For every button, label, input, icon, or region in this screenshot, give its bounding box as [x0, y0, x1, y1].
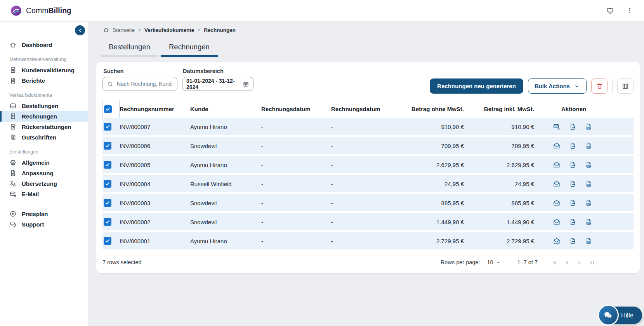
tab-rechnungen[interactable]: Rechnungen — [161, 40, 218, 57]
page-first-icon[interactable] — [551, 259, 558, 266]
sidebar-collapse-button[interactable] — [75, 25, 85, 35]
file-export-icon[interactable] — [569, 180, 576, 188]
sidebar-item-preisplan[interactable]: Preisplan — [0, 209, 88, 219]
kebab-menu-icon[interactable] — [626, 7, 634, 15]
sidebar-item-gutschriften[interactable]: Gutschriften — [0, 132, 88, 143]
page-prev-icon[interactable] — [563, 259, 571, 266]
row-checkbox[interactable] — [104, 199, 111, 207]
file-export-icon[interactable] — [569, 199, 576, 207]
mail-open-icon[interactable] — [553, 218, 561, 226]
breadcrumb-item-verkaufsdokumente[interactable]: Verkaufsdokumente — [144, 27, 194, 33]
delete-button[interactable] — [591, 78, 608, 94]
home-icon[interactable] — [103, 27, 109, 33]
table-row[interactable]: INV/000005 Ayumu Hirano - - 2.629,95 € 2… — [102, 156, 634, 173]
file-export-icon[interactable] — [569, 142, 576, 150]
row-checkbox[interactable] — [104, 142, 111, 150]
xml-export-icon[interactable] — [585, 237, 592, 245]
date-range-input[interactable]: 01-01-2024 - 31-12-2024 — [182, 77, 253, 91]
row-checkbox-cell — [102, 218, 120, 226]
bulk-actions-button[interactable]: Bulk Actions — [528, 78, 587, 94]
check-icon — [105, 143, 110, 148]
mail-open-icon[interactable] — [553, 237, 561, 245]
sidebar-item-kundenvalidierung[interactable]: Kundenvalidierung — [0, 65, 88, 75]
breadcrumb-item-startseite[interactable]: Startseite — [113, 27, 135, 33]
row-checkbox[interactable] — [104, 218, 111, 226]
table-row[interactable]: INV/000002 Snowdevil - - 1.449,90 € 1.44… — [102, 213, 634, 230]
page-last-icon[interactable] — [588, 259, 595, 266]
select-all-cell — [102, 100, 120, 118]
customer-name: Ayumu Hirano — [190, 162, 261, 168]
column-settings-button[interactable] — [617, 78, 634, 94]
search-input[interactable] — [116, 80, 173, 87]
amount-net: 1.449,90 € — [401, 219, 465, 225]
xml-export-icon[interactable] — [585, 123, 592, 131]
sidebar-item-label: Bestellungen — [22, 103, 58, 109]
page-next-icon[interactable] — [576, 259, 583, 266]
invoice-date-2: - — [331, 124, 401, 130]
row-checkbox[interactable] — [104, 237, 111, 245]
calendar-icon[interactable] — [243, 81, 249, 87]
sidebar-item-support[interactable]: Support — [0, 219, 88, 230]
file-export-icon[interactable] — [569, 237, 576, 245]
table-row[interactable]: INV/000007 Ayumu Hirano - - 910,90 € 910… — [102, 118, 634, 135]
row-checkbox-cell — [102, 142, 120, 150]
xml-export-icon[interactable] — [585, 142, 592, 150]
xml-export-icon[interactable] — [585, 180, 592, 188]
sidebar-item-label: Allgemein — [22, 159, 50, 166]
rows-per-page-label: Rows per page: — [441, 259, 480, 265]
help-button[interactable]: Hilfe — [602, 307, 642, 324]
amount-gross: 885,95 € — [465, 200, 535, 206]
invoice-date: - — [261, 162, 331, 168]
file-export-icon[interactable] — [569, 123, 576, 131]
sidebar-item-berichte[interactable]: Berichte — [0, 75, 88, 86]
mail-open-icon[interactable] — [553, 161, 561, 169]
sidebar-item-anpassung[interactable]: Anpassung — [0, 168, 88, 178]
mail-send-icon[interactable] — [553, 123, 561, 131]
gear-icon — [9, 159, 17, 166]
table-row[interactable]: INV/000001 Ayumu Hirano - - 2.729,95 € 2… — [102, 232, 634, 249]
column-header: Aktionen — [535, 106, 634, 112]
breadcrumb-separator: > — [198, 27, 200, 33]
file-export-icon — [569, 199, 576, 207]
breadcrumb: Startseite > Verkaufsdokumente > Rechnun… — [88, 22, 644, 33]
table-row[interactable]: INV/000004 Russell Winfield - - 24,95 € … — [102, 175, 634, 192]
mail-open-icon[interactable] — [553, 199, 561, 207]
select-all-checkbox[interactable] — [104, 105, 112, 113]
amount-gross: 2.729,95 € — [465, 238, 535, 244]
table-row[interactable]: INV/000006 Snowdevil - - 709,95 € 709,95… — [102, 137, 634, 154]
filters-bar: Suchen Datumsbereich 01-01-2024 - 31-12-… — [102, 62, 634, 94]
row-checkbox-cell — [102, 199, 120, 207]
tab-bestellungen[interactable]: Bestellungen — [101, 40, 158, 57]
toolbar: Rechnungen neu generieren Bulk Actions — [430, 68, 634, 94]
column-header: Betrag inkl. MwSt. — [465, 106, 535, 112]
file-export-icon[interactable] — [569, 161, 576, 169]
mail-open-icon[interactable] — [553, 142, 561, 150]
sidebar-section-label: Einstellungen — [0, 143, 88, 157]
heart-icon[interactable] — [606, 7, 614, 15]
sidebar-item-email[interactable]: E-Mail — [0, 189, 88, 199]
row-actions — [535, 199, 634, 207]
amount-gross: 2.629,95 € — [465, 162, 535, 168]
row-checkbox[interactable] — [104, 180, 111, 188]
row-checkbox[interactable] — [104, 161, 111, 169]
sidebar-item-bestellungen[interactable]: Bestellungen — [0, 101, 88, 111]
xml-export-icon[interactable] — [585, 199, 592, 207]
regenerate-invoices-button[interactable]: Rechnungen neu generieren — [430, 78, 523, 94]
sidebar-item-rueckerstattungen[interactable]: Rückerstattungen — [0, 122, 88, 132]
xml-export-icon — [585, 199, 592, 207]
xml-export-icon[interactable] — [585, 161, 592, 169]
brand-logo-icon — [10, 5, 22, 17]
rows-per-page-select[interactable]: 10 — [487, 259, 501, 265]
row-actions — [535, 161, 634, 169]
sidebar-item-allgemein[interactable]: Allgemein — [0, 157, 88, 168]
sidebar-item-dashboard[interactable]: Dashboard — [0, 40, 88, 50]
row-checkbox[interactable] — [104, 123, 111, 131]
xml-export-icon[interactable] — [585, 218, 592, 226]
table-row[interactable]: INV/000003 Snowdevil - - 885,95 € 885,95… — [102, 194, 634, 211]
mail-open-icon[interactable] — [553, 180, 561, 188]
help-chat-icon — [603, 310, 613, 321]
file-export-icon[interactable] — [569, 218, 576, 226]
sidebar-item-uebersetzung[interactable]: Übersetzung — [0, 178, 88, 189]
row-actions — [535, 123, 634, 131]
sidebar-item-rechnungen[interactable]: Rechnungen — [0, 111, 88, 122]
